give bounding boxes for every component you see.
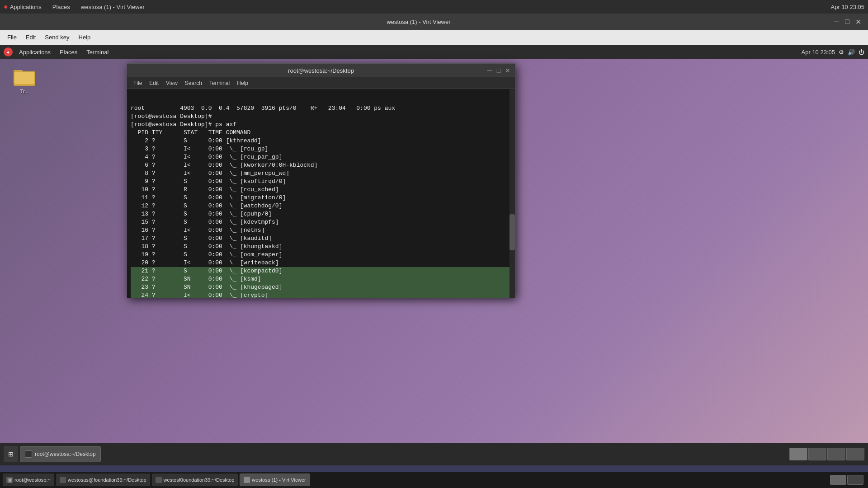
terminal-window-controls: ─ □ ✕ (486, 67, 511, 74)
host-taskbar-page-1[interactable] (830, 475, 846, 485)
host-topbar: ● Applications Places westosa (1) - Virt… (0, 0, 868, 14)
vm-taskbar-terminal-icon (25, 450, 32, 458)
svg-rect-3 (14, 72, 34, 84)
terminal-line: [root@westosa Desktop]# (131, 113, 511, 121)
virt-minimize-button[interactable]: ─ (832, 17, 841, 26)
vm-panel-systray: ⚙ 🔊 ⏻ (839, 49, 864, 56)
virt-menu-edit[interactable]: Edit (22, 32, 39, 42)
terminal-menu-terminal[interactable]: Terminal (207, 79, 232, 87)
host-system-tray: Apr 10 23:05 (831, 4, 864, 10)
terminal-line: 2 ? S 0:00 [kthreadd] (131, 137, 511, 145)
vm-toppanel: ● Applications Places Terminal Apr 10 23… (0, 45, 868, 59)
terminal-line: 13 ? S 0:00 \_ [cpuhp/0] (131, 210, 511, 218)
host-taskbar-label-3: westosa (1) - Virt Viewer (252, 477, 306, 483)
terminal-line: 8 ? I< 0:00 \_ [mm_percpu_wq] (131, 169, 511, 178)
terminal-line: 15 ? S 0:00 \_ [kdevtmpfs] (131, 218, 511, 226)
terminal-maximize-button[interactable]: □ (495, 67, 502, 74)
terminal-line: 9 ? S 0:00 \_ [ksoftirqd/0] (131, 178, 511, 186)
host-taskbar-pager (830, 475, 863, 485)
host-taskbar-label-0: root@westosb:~ (14, 477, 51, 483)
terminal-scrollbar-thumb[interactable] (509, 214, 515, 250)
vm-panel-sound-icon[interactable]: 🔊 (848, 49, 855, 56)
host-taskbar-icon-1 (60, 477, 66, 483)
terminal-line: 10 ? R 0:00 \_ [rcu_sched] (131, 186, 511, 194)
vm-taskbar-terminal-item[interactable]: root@westosa:~/Desktop (20, 446, 101, 462)
terminal-scrollbar[interactable] (509, 89, 515, 298)
terminal-window: root@westosa:~/Desktop ─ □ ✕ File Edit V… (127, 63, 515, 298)
host-taskbar-label-1: westosas@foundation39:~/Desktop (68, 477, 146, 483)
host-places-button[interactable]: Places (49, 2, 74, 12)
terminal-line: 3 ? I< 0:00 \_ [rcu_gp] (131, 145, 511, 153)
vm-panel-clock: Apr 10 23:05 (802, 49, 835, 56)
virt-menubar: File Edit Send key Help (0, 30, 868, 45)
terminal-line: 18 ? S 0:00 \_ [khungtaskd] (131, 243, 511, 251)
host-taskbar-icon-3 (244, 477, 250, 483)
vm-taskbar-show-desktop-icon: ⊞ (8, 450, 14, 458)
host-applications-label: Applications (10, 4, 42, 10)
terminal-line: 6 ? I< 0:00 \_ [kworker/0:0H-kblockd] (131, 161, 511, 169)
terminal-line: 12 ? S 0:00 \_ [watchdog/0] (131, 202, 511, 210)
terminal-line: 24 ? I< 0:00 \_ [crypto] (131, 291, 511, 298)
vm-folder-label: Tr... (14, 89, 35, 94)
vm-places-button[interactable]: Places (57, 48, 80, 56)
terminal-line: 19 ? S 0:00 \_ [oom_reaper] (131, 251, 511, 259)
folder-icon (14, 68, 35, 86)
terminal-line: 22 ? SN 0:00 \_ [ksmd] (131, 275, 511, 283)
virt-menu-file[interactable]: File (4, 32, 20, 42)
virt-menu-help[interactable]: Help (75, 32, 94, 42)
vm-desktop-area: ● Applications Places Terminal Apr 10 23… (0, 45, 868, 488)
host-taskbar-icon-0: ▣ (6, 477, 13, 483)
vm-taskbar-page-2[interactable] (808, 448, 826, 460)
virt-menu-sendkey[interactable]: Send key (41, 32, 73, 42)
terminal-line: PID TTY STAT TIME COMMAND (131, 129, 511, 137)
virt-maximize-button[interactable]: □ (843, 17, 852, 26)
terminal-line: 16 ? I< 0:00 \_ [netns] (131, 226, 511, 235)
terminal-line: [root@westosa Desktop]# ps axf (131, 121, 511, 129)
terminal-line: 21 ? S 0:00 \_ [kcompactd0] (131, 267, 511, 275)
virt-window-controls: ─ □ ✕ (832, 17, 863, 26)
vm-taskbar-page-3[interactable] (827, 448, 845, 460)
vm-taskbar-page-4[interactable] (846, 448, 864, 460)
vm-applications-button[interactable]: Applications (16, 48, 53, 56)
vm-panel-settings-icon[interactable]: ⚙ (839, 49, 844, 56)
host-window-title: westosa (1) - Virt Viewer (81, 4, 145, 10)
terminal-title: root@westosa:~/Desktop (132, 67, 510, 74)
virt-titlebar: westosa (1) - Virt Viewer ─ □ ✕ (0, 14, 868, 30)
terminal-menu-edit[interactable]: Edit (146, 79, 161, 87)
virt-viewer-window: westosa (1) - Virt Viewer ─ □ ✕ File Edi… (0, 14, 868, 488)
terminal-close-button[interactable]: ✕ (504, 67, 511, 74)
terminal-menu-search[interactable]: Search (182, 79, 205, 87)
virt-close-button[interactable]: ✕ (854, 17, 863, 26)
vm-taskbar-terminal-label: root@westosa:~/Desktop (35, 451, 96, 457)
terminal-menu-help[interactable]: Help (234, 79, 251, 87)
host-taskbar-label-2: westosf0oundation39:~/Desktop (164, 477, 235, 483)
vm-terminal-button[interactable]: Terminal (84, 48, 111, 56)
host-taskbar-icon-2 (156, 477, 162, 483)
terminal-minimize-button[interactable]: ─ (486, 67, 493, 74)
vm-desktop-folder[interactable]: Tr... (14, 68, 35, 94)
vm-taskbar: ⊞ root@westosa:~/Desktop (0, 443, 868, 465)
terminal-content[interactable]: root 4903 0.0 0.4 57820 3916 pts/0 R+ 23… (127, 89, 515, 298)
host-taskbar-page-2[interactable] (847, 475, 863, 485)
terminal-line: 4 ? I< 0:00 \_ [rcu_par_gp] (131, 153, 511, 161)
virt-window-title: westosa (1) - Virt Viewer (5, 19, 832, 25)
terminal-line: 11 ? S 0:00 \_ [migration/0] (131, 194, 511, 202)
vm-taskbar-pager (789, 448, 864, 460)
vm-desktop: ● Applications Places Terminal Apr 10 23… (0, 45, 868, 465)
terminal-menubar: File Edit View Search Terminal Help (127, 77, 515, 89)
host-taskbar-item-0[interactable]: ▣ root@westosb:~ (3, 474, 54, 486)
terminal-line: 20 ? I< 0:00 \_ [writeback] (131, 259, 511, 267)
terminal-menu-view[interactable]: View (163, 79, 180, 87)
host-taskbar-item-3[interactable]: westosa (1) - Virt Viewer (240, 474, 310, 486)
terminal-line: root 4903 0.0 0.4 57820 3916 pts/0 R+ 23… (131, 104, 511, 113)
vm-taskbar-show-desktop[interactable]: ⊞ (4, 446, 18, 462)
host-taskbar-item-1[interactable]: westosas@foundation39:~/Desktop (56, 474, 150, 486)
terminal-menu-file[interactable]: File (131, 79, 145, 87)
host-taskbar: ▣ root@westosb:~ westosas@foundation39:~… (0, 472, 868, 488)
vm-panel-power-icon[interactable]: ⏻ (859, 49, 864, 56)
vm-taskbar-page-1[interactable] (789, 448, 807, 460)
host-applications-button[interactable]: ● Applications (4, 3, 42, 11)
host-datetime: Apr 10 23:05 (831, 4, 864, 10)
terminal-line: 23 ? SN 0:00 \_ [khugepaged] (131, 283, 511, 291)
host-taskbar-item-2[interactable]: westosf0oundation39:~/Desktop (152, 474, 238, 486)
